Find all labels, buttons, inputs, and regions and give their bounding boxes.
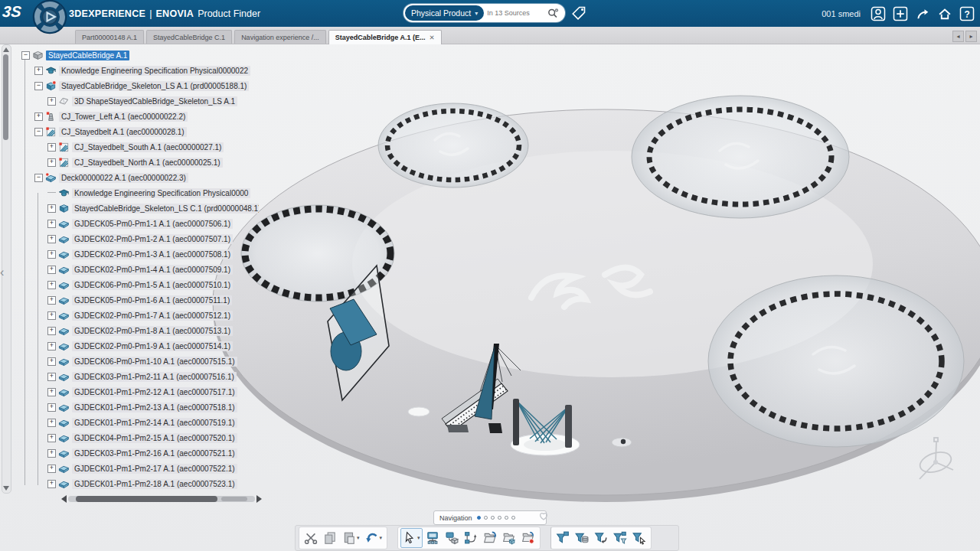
tree-item[interactable]: +GJDECK03-Pm1-Pm2-11 A.1 (aec00007516.1)	[12, 369, 259, 384]
expand-toggle[interactable]: +	[47, 143, 56, 152]
tab-4[interactable]: StayedCableBridge A.1 (E...✕	[328, 30, 442, 44]
open-required-button[interactable]	[519, 528, 537, 548]
tree-item[interactable]: +GJDECK01-Pm1-Pm2-17 A.1 (aec00007522.1)	[12, 461, 259, 476]
nav-dot-1[interactable]	[477, 516, 481, 520]
tree-item[interactable]: −Deck00000022 A.1 (aec00000022.3)	[12, 170, 259, 185]
filter-select-button[interactable]	[630, 528, 648, 548]
tree-item[interactable]: +GJDECK02-Pm0-Pm1-7 A.1 (aec00007512.1)	[12, 308, 259, 323]
tree-item[interactable]: +GJDECK01-Pm1-Pm2-13 A.1 (aec00007518.1)	[12, 399, 259, 415]
expand-toggle[interactable]: +	[47, 235, 56, 243]
share-button[interactable]	[914, 5, 931, 22]
expand-toggle[interactable]: +	[47, 204, 56, 213]
tab-3[interactable]: Navigation experience /...	[234, 30, 326, 44]
paste-button[interactable]: ▾	[340, 528, 362, 548]
manipulate-button[interactable]	[443, 528, 461, 548]
expand-toggle[interactable]: +	[47, 158, 56, 167]
anchor-disc-top-left[interactable]	[378, 103, 528, 187]
filter-database-button[interactable]	[573, 528, 591, 548]
tree-item[interactable]: +GJDECK02-Pm0-Pm1-4 A.1 (aec00007509.1)	[12, 262, 259, 277]
copy-button[interactable]	[321, 528, 339, 548]
tree-item[interactable]: +CJ_Stayedbelt_South A.1 (aec00000027.1)	[12, 139, 259, 155]
vertical-scroll-thumb[interactable]	[3, 54, 8, 140]
expand-toggle[interactable]: +	[47, 449, 56, 458]
search-input[interactable]	[484, 9, 547, 17]
tree-item[interactable]: +GJDECK06-Pm0-Pm1-5 A.1 (aec00007510.1)	[12, 277, 259, 292]
scroll-left-icon[interactable]	[61, 495, 67, 503]
expand-toggle[interactable]: +	[47, 373, 56, 381]
tree-item[interactable]: +GJDECK02-Pm0-Pm1-2 A.1 (aec00007507.1)	[12, 231, 259, 246]
expand-toggle[interactable]: +	[47, 419, 56, 427]
tree-item[interactable]: +GJDECK05-Pm0-Pm1-6 A.1 (aec00007511.1)	[12, 292, 259, 308]
expand-toggle[interactable]: +	[47, 97, 56, 106]
open-button[interactable]	[481, 528, 499, 548]
expand-toggle[interactable]: +	[47, 342, 56, 350]
scroll-down-icon[interactable]	[3, 486, 9, 491]
nav-dot-5[interactable]	[505, 516, 508, 520]
display-structure-button[interactable]	[423, 528, 442, 548]
navigator-pager[interactable]: Navigation	[433, 510, 547, 525]
home-button[interactable]	[936, 5, 953, 22]
expand-toggle[interactable]: +	[47, 296, 56, 305]
tree-item[interactable]: +Knowledge Engineering Specification Phy…	[12, 63, 259, 78]
tree-item[interactable]: +CJ_Stayedbelt_North A.1 (aec00000025.1)	[12, 155, 259, 170]
scroll-up-icon[interactable]	[3, 47, 9, 52]
filter-volume-button[interactable]	[554, 528, 572, 548]
tree-item[interactable]: +CJ_Tower_Left A.1 (aec00000022.2)	[12, 109, 259, 124]
nav-dot-2[interactable]	[484, 516, 488, 520]
cut-button[interactable]	[302, 528, 320, 548]
nav-dot-6[interactable]	[511, 516, 515, 520]
tree-item[interactable]: +GJDECK02-Pm0-Pm1-8 A.1 (aec00007513.1)	[12, 323, 259, 338]
expand-toggle[interactable]: +	[47, 434, 56, 442]
tree-item[interactable]: +GJDECK03-Pm1-Pm2-16 A.1 (aec00007521.1)	[12, 445, 259, 461]
collapse-toggle[interactable]: −	[34, 128, 43, 136]
search-icon[interactable]	[547, 7, 560, 20]
collapse-toggle[interactable]: −	[34, 174, 43, 182]
expand-toggle[interactable]: +	[47, 220, 56, 228]
collapse-toggle[interactable]: −	[34, 82, 43, 90]
tab-scroll-right-button[interactable]: ▸	[965, 31, 977, 42]
dropdown-caret[interactable]: ▾	[357, 535, 360, 541]
collapse-toggle[interactable]: −	[21, 51, 30, 60]
tree-item[interactable]: +GJDECK06-Pm0-Pm1-10 A.1 (aec00007515.1)	[12, 354, 259, 369]
tree-item[interactable]: +GJDECK04-Pm1-Pm2-15 A.1 (aec00007520.1)	[12, 430, 259, 445]
scroll-right-icon[interactable]	[256, 495, 262, 503]
tree-horizontal-scrollbar[interactable]	[61, 494, 262, 504]
undo-button[interactable]: ▾	[363, 528, 385, 548]
tree-item[interactable]: +GJDECK02-Pm0-Pm1-9 A.1 (aec00007514.1)	[12, 338, 259, 354]
horizontal-scroll-track[interactable]	[68, 496, 255, 502]
tree-item[interactable]: +StayedCableBridge_Skeleton_LS C.1 (prd0…	[12, 201, 259, 216]
expand-toggle[interactable]: +	[47, 311, 56, 320]
expand-toggle[interactable]: +	[47, 327, 56, 335]
tree-item[interactable]: Knowledge Engineering Specification Phys…	[12, 185, 259, 201]
dropdown-caret[interactable]: ▾	[417, 535, 420, 541]
reorder-structure-button[interactable]	[462, 528, 480, 548]
tree-item[interactable]: +GJDECK01-Pm1-Pm2-14 A.1 (aec00007519.1)	[12, 415, 259, 430]
filter-add-button[interactable]	[611, 528, 629, 548]
tree-item[interactable]: −CJ_Stayedbelt A.1 (aec00000028.1)	[12, 124, 259, 139]
favorite-heart-icon[interactable]	[537, 510, 550, 522]
tree-item[interactable]: −StayedCableBridge_Skeleton_LS A.1 (prd0…	[12, 78, 259, 93]
expand-toggle[interactable]: +	[34, 67, 43, 75]
expand-toggle[interactable]: +	[47, 281, 56, 289]
open-with-button[interactable]	[500, 528, 518, 548]
tab-1[interactable]: Part00000148 A.1	[75, 30, 144, 44]
tab-2[interactable]: StayedCableBridge C.1	[146, 30, 232, 44]
panel-collapse-button[interactable]: ‹	[0, 266, 4, 279]
select-button[interactable]: ▾	[400, 528, 423, 548]
tree-item[interactable]: +GJDECK01-Pm1-Pm2-12 A.1 (aec00007517.1)	[12, 384, 259, 399]
tree-item[interactable]: +GJDECK02-Pm0-Pm1-3 A.1 (aec00007508.1)	[12, 246, 259, 262]
expand-toggle[interactable]: +	[47, 357, 56, 366]
expand-toggle[interactable]: +	[34, 112, 43, 121]
expand-toggle[interactable]: +	[47, 388, 56, 396]
filter-reset-button[interactable]	[592, 528, 610, 548]
nav-dot-4[interactable]	[498, 516, 501, 520]
expand-toggle[interactable]: +	[47, 403, 56, 412]
help-button[interactable]	[959, 5, 975, 22]
expand-toggle[interactable]: +	[47, 465, 56, 473]
tag-icon[interactable]	[571, 5, 586, 21]
expand-toggle[interactable]: +	[47, 480, 56, 488]
search-scope-button[interactable]: Physical Product ▾	[405, 5, 484, 21]
3dexperience-compass[interactable]	[31, 0, 68, 35]
tree-item[interactable]: −StayedCableBridge A.1	[12, 47, 259, 63]
tab-scroll-left-button[interactable]: ◂	[952, 31, 964, 42]
